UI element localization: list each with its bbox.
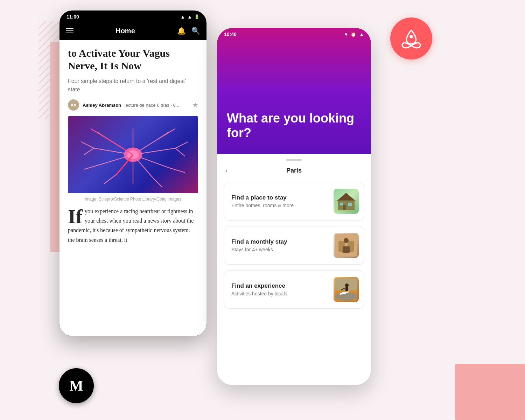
- bookmark-icon[interactable]: ★: [192, 101, 198, 109]
- airbnb-logo-icon: [399, 27, 423, 50]
- airbnb-location: Paris: [286, 167, 302, 174]
- svg-line-14: [81, 142, 94, 148]
- medium-nav-title: Home: [115, 27, 135, 35]
- svg-rect-35: [335, 234, 357, 257]
- svg-point-38: [344, 238, 349, 243]
- bg-pink-bottom-right: [455, 364, 525, 420]
- wifi-icon: ▲: [359, 31, 364, 37]
- airbnb-header-question: What are you looking for?: [217, 39, 371, 154]
- medium-logo-letter: M: [69, 377, 83, 394]
- find-place-card-text: Find a place to stay Entire homes, rooms…: [231, 194, 329, 208]
- medium-time: 11:00: [66, 14, 79, 20]
- author-name: Ashley Abramson: [83, 103, 121, 108]
- svg-rect-39: [343, 246, 350, 253]
- svg-point-43: [345, 284, 349, 287]
- find-experience-card-text: Find an experience Activities hosted by …: [231, 282, 329, 296]
- airbnb-status-bar: 10:40 ♥ ⏰ ▲: [217, 28, 371, 39]
- airbnb-bottom-sheet: ← Paris Find a place to stay Entire home…: [217, 154, 371, 385]
- svg-line-18: [175, 142, 188, 148]
- airbnb-status-icons: ♥ ⏰ ▲: [345, 31, 364, 37]
- find-monthly-subtitle: Stays for 4+ weeks: [231, 247, 329, 252]
- find-experience-title: Find an experience: [231, 282, 329, 289]
- medium-author-info: Ashley Abramson lectura de hace 6 días ·…: [83, 103, 189, 108]
- svg-line-21: [104, 174, 117, 184]
- find-experience-subtitle: Activities hosted by locals: [231, 291, 329, 296]
- svg-line-22: [169, 168, 185, 173]
- back-arrow-icon[interactable]: ←: [224, 166, 232, 175]
- author-avatar: AA: [68, 99, 79, 111]
- svg-line-15: [84, 148, 94, 155]
- menu-icon[interactable]: [66, 28, 74, 33]
- medium-nav: Home 🔔 🔍: [59, 22, 206, 40]
- airbnb-sheet-nav: ← Paris: [224, 167, 364, 174]
- signal-icon: ▲: [180, 14, 185, 20]
- medium-author-row: AA Ashley Abramson lectura de hace 6 día…: [68, 99, 198, 111]
- medium-content: to Activate Your Vagus Nerve, It Is Now …: [59, 40, 206, 336]
- medium-phone-mockup: 11:00 ▲ ▲ 🔋 Home 🔔 🔍 to Activate Your Va…: [59, 10, 206, 336]
- airbnb-phone-mockup: 10:40 ♥ ⏰ ▲ What are you looking for? ← …: [217, 28, 371, 385]
- sheet-handle: [286, 159, 302, 161]
- svg-line-20: [84, 164, 101, 169]
- medium-nav-icons: 🔔 🔍: [177, 27, 200, 35]
- notification-icon[interactable]: 🔔: [177, 27, 186, 35]
- find-place-title: Find a place to stay: [231, 194, 329, 201]
- medium-article-title: to Activate Your Vagus Nerve, It Is Now: [68, 47, 198, 72]
- medium-article-image: [68, 116, 198, 193]
- battery-icon: 🔋: [194, 14, 200, 19]
- medium-status-bar: 11:00 ▲ ▲ 🔋: [59, 10, 206, 22]
- find-place-card[interactable]: Find a place to stay Entire homes, rooms…: [224, 182, 364, 220]
- medium-logo-badge: M: [59, 368, 94, 403]
- svg-line-17: [159, 132, 169, 139]
- search-icon[interactable]: 🔍: [191, 27, 200, 35]
- svg-line-19: [175, 148, 185, 156]
- svg-rect-44: [345, 287, 348, 292]
- find-experience-card[interactable]: Find an experience Activities hosted by …: [224, 270, 364, 309]
- svg-point-42: [335, 292, 357, 301]
- find-monthly-card[interactable]: Find a monthly stay Stays for 4+ weeks: [224, 226, 364, 265]
- find-monthly-card-text: Find a monthly stay Stays for 4+ weeks: [231, 238, 329, 252]
- find-monthly-image: [334, 233, 359, 258]
- airbnb-time: 10:40: [224, 31, 237, 37]
- alarm-icon: ⏰: [350, 31, 356, 37]
- svg-line-23: [153, 177, 162, 187]
- svg-line-28: [91, 129, 107, 139]
- airbnb-question-text: What are you looking for?: [227, 111, 361, 140]
- find-experience-image: [334, 277, 359, 302]
- author-meta: lectura de hace 6 días · 6 ...: [125, 103, 181, 108]
- article-body-text: you experience a racing heartbeat or tig…: [68, 208, 194, 243]
- medium-image-caption: Image: Sciepro/Science Photo Library/Get…: [68, 197, 198, 202]
- medium-article-subtitle: Four simple steps to return to a 'rest a…: [68, 77, 198, 94]
- svg-rect-34: [335, 200, 357, 212]
- find-monthly-title: Find a monthly stay: [231, 238, 329, 245]
- svg-point-47: [410, 35, 413, 38]
- find-place-image: [334, 189, 359, 214]
- wifi-icon: ▲: [187, 14, 192, 20]
- dropcap: If: [68, 209, 83, 225]
- airbnb-logo-badge: [390, 18, 432, 59]
- find-place-subtitle: Entire homes, rooms & more: [231, 203, 329, 208]
- medium-article-body: If you experience a racing heartbeat or …: [68, 206, 198, 245]
- airbnb-header: 10:40 ♥ ⏰ ▲ What are you looking for?: [217, 28, 371, 154]
- medium-status-icons: ▲ ▲ 🔋: [180, 14, 200, 20]
- heart-icon: ♥: [345, 31, 348, 37]
